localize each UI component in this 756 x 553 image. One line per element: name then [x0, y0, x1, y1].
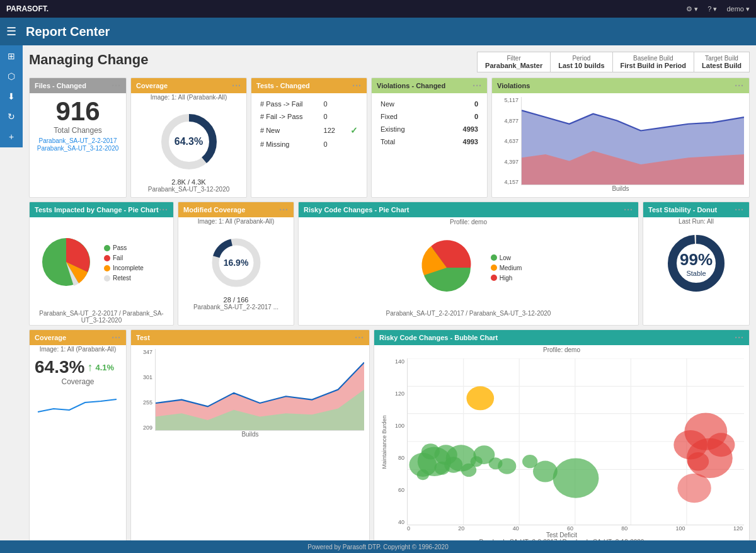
top-bar-actions: ⚙ ▾ ? ▾ demo ▾ [686, 5, 750, 13]
menu-icon[interactable]: ☰ [6, 25, 16, 38]
nav-title: Report Center [26, 25, 110, 39]
nav-bar: ☰ Report Center [0, 18, 756, 45]
settings-icon[interactable]: ⚙ ▾ [686, 5, 698, 13]
help-icon[interactable]: ? ▾ [707, 5, 717, 13]
brand-logo: PARASOFT. [6, 4, 49, 13]
user-menu[interactable]: demo ▾ [726, 5, 750, 13]
brand: PARASOFT. [6, 4, 49, 13]
top-bar: PARASOFT. ⚙ ▾ ? ▾ demo ▾ [0, 0, 756, 18]
